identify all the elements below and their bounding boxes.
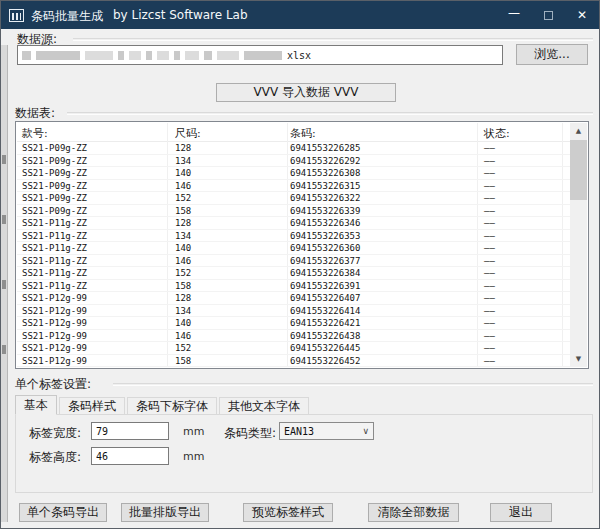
table-row[interactable]: SS21-P12g-99 152 6941553226445 —— [17,342,570,355]
cell-size: 128 [175,293,191,304]
clear-all-label: 清除全部数据 [378,504,450,521]
preview-label-label: 预览标签样式 [252,504,324,521]
table-row[interactable]: SS21-P09g-ZZ 140 6941553226308 —— [17,167,570,180]
cell-size: 146 [175,256,191,267]
cell-size: 140 [175,243,191,254]
cell-status: —— [484,206,495,217]
cell-size: 146 [175,331,191,342]
tab-barcode-style[interactable]: 条码样式 [59,397,125,414]
cell-style: SS21-P09g-ZZ [22,181,87,192]
column-header-status: 状态: [484,126,510,141]
cell-style: SS21-P12g-99 [22,306,87,317]
cell-barcode: 6941553226421 [290,318,360,329]
table-row[interactable]: SS21-P12g-99 134 6941553226414 —— [17,305,570,318]
redacted-block [204,51,212,60]
minimize-button[interactable]: — [497,1,531,29]
cell-barcode: 6941553226438 [290,331,360,342]
divider [73,38,593,40]
cell-size: 128 [175,218,191,229]
table-row[interactable]: SS21-P11g-ZZ 134 6941553226353 —— [17,230,570,243]
table-row[interactable]: SS21-P12g-99 140 6941553226421 —— [17,317,570,330]
cell-status: —— [484,293,495,304]
cell-barcode: 6941553226414 [290,306,360,317]
tab-barcode-subscript-font[interactable]: 条码下标字体 [127,397,217,414]
table-row[interactable]: SS21-P11g-ZZ 128 6941553226346 —— [17,217,570,230]
tab-basic[interactable]: 基本 [15,395,57,415]
preview-label-button[interactable]: 预览标签样式 [243,503,333,522]
label-height-unit: mm [183,450,204,463]
scrollbar-thumb[interactable] [570,140,587,200]
redacted-block [244,51,282,60]
export-single-button[interactable]: 单个条码导出 [19,503,107,522]
cell-status: —— [484,181,495,192]
table-row[interactable]: SS21-P11g-ZZ 140 6941553226360 —— [17,242,570,255]
chevron-down-icon: ∨ [362,426,369,436]
label-height-input[interactable] [91,447,169,465]
redacted-block [174,51,180,60]
scroll-down-icon[interactable]: ▼ [570,351,587,367]
cell-status: —— [484,268,495,279]
import-data-button[interactable]: VVV 导入数据 VVV [216,83,396,102]
app-barcode-icon [9,9,24,22]
scroll-up-icon[interactable]: ▲ [570,123,587,139]
cell-style: SS21-P12g-99 [22,343,87,354]
table-row[interactable]: SS21-P09g-ZZ 152 6941553226322 —— [17,192,570,205]
redacted-block [118,51,124,60]
table-row[interactable]: SS21-P11g-ZZ 158 6941553226391 —— [17,280,570,293]
cell-style: SS21-P09g-ZZ [22,193,87,204]
label-width-input[interactable] [91,422,169,440]
cell-barcode: 6941553226360 [290,243,360,254]
cell-status: —— [484,281,495,292]
tab-other-text-font[interactable]: 其他文本字体 [219,397,309,414]
table-row[interactable]: SS21-P09g-ZZ 146 6941553226315 —— [17,180,570,193]
datasource-input[interactable]: xlsx [17,45,503,65]
redacted-block [217,51,239,60]
clear-all-button[interactable]: 清除全部数据 [368,503,459,522]
cell-size: 152 [175,193,191,204]
export-batch-button[interactable]: 批量排版导出 [121,503,209,522]
cell-style: SS21-P09g-ZZ [22,206,87,217]
barcode-type-label: 条码类型: [224,425,276,442]
table-row[interactable]: SS21-P12g-99 158 6941553226452 —— [17,355,570,368]
cell-status: —— [484,331,495,342]
cell-barcode: 6941553226452 [290,356,360,367]
redacted-block [85,51,113,60]
column-header-size: 尺码: [175,126,201,141]
exit-button[interactable]: 退出 [490,503,552,522]
settings-tabs: 基本 条码样式 条码下标字体 其他文本字体 [15,394,311,414]
table-row[interactable]: SS21-P12g-99 128 6941553226407 —— [17,292,570,305]
import-data-label: VVV 导入数据 VVV [254,84,359,101]
barcode-type-select[interactable]: EAN13 ∨ [279,422,374,440]
cell-size: 152 [175,343,191,354]
cell-status: —— [484,306,495,317]
close-icon: ✕ [577,8,587,22]
browse-button[interactable]: 浏览... [516,44,588,65]
table-row[interactable]: SS21-P12g-99 146 6941553226438 —— [17,330,570,343]
cell-size: 158 [175,356,191,367]
cell-style: SS21-P11g-ZZ [22,281,87,292]
close-button[interactable]: ✕ [565,1,599,29]
redacted-block [157,51,169,60]
cell-style: SS21-P11g-ZZ [22,231,87,242]
maximize-button[interactable] [531,1,565,29]
cell-style: SS21-P11g-ZZ [22,218,87,229]
table-row[interactable]: SS21-P11g-ZZ 146 6941553226377 —— [17,255,570,268]
table-row[interactable]: SS21-P09g-ZZ 158 6941553226339 —— [17,205,570,218]
cell-status: —— [484,318,495,329]
window-subtitle: by Lizcst Software Lab [113,8,248,22]
table-row[interactable]: SS21-P09g-ZZ 134 6941553226292 —— [17,155,570,168]
table-row[interactable]: SS21-P11g-ZZ 152 6941553226384 —— [17,267,570,280]
table-row[interactable]: SS21-P09g-ZZ 128 6941553226285 —— [17,142,570,155]
table-scrollbar[interactable]: ▲ ▼ [570,123,587,367]
cell-status: —— [484,343,495,354]
maximize-icon [544,11,553,20]
cell-barcode: 6941553226445 [290,343,360,354]
cell-status: —— [484,243,495,254]
cell-size: 134 [175,156,191,167]
cell-barcode: 6941553226346 [290,218,360,229]
label-width-unit: mm [183,425,204,438]
background-window-edge [1,45,8,522]
cell-size: 140 [175,318,191,329]
redacted-block [146,51,152,60]
cell-style: SS21-P11g-ZZ [22,243,87,254]
